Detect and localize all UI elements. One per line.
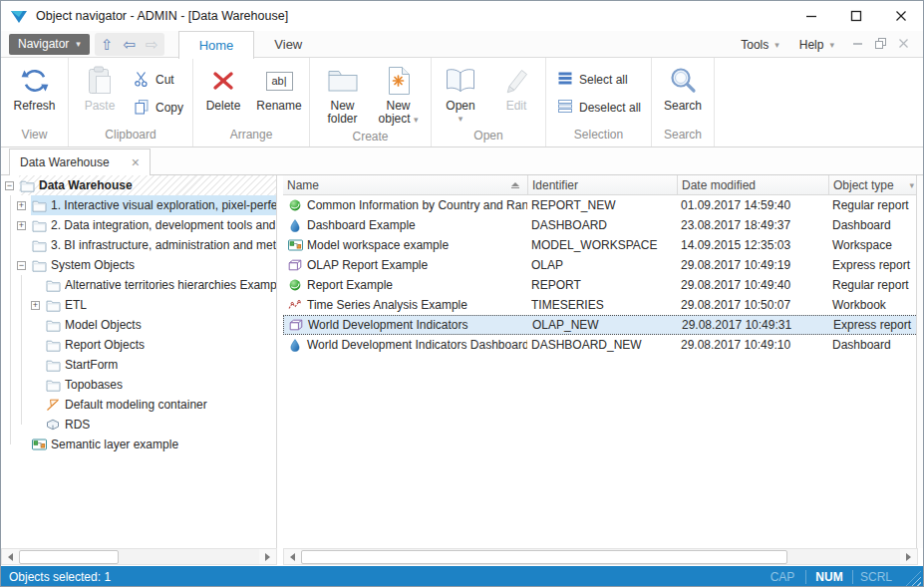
group-label-create: Create	[310, 127, 431, 147]
tree-item[interactable]: RDS	[1, 415, 276, 435]
column-header-identifier[interactable]: Identifier	[527, 175, 677, 194]
table-row[interactable]: Model workspace example MODEL_WORKSPACE …	[283, 235, 918, 255]
tab-close-icon[interactable]: ×	[132, 155, 140, 169]
open-icon	[444, 62, 477, 100]
select-all-button[interactable]: Select all	[552, 69, 647, 91]
column-header-name[interactable]: Name	[283, 175, 527, 194]
cut-button[interactable]: Cut	[128, 69, 189, 91]
tree-item[interactable]: Model Objects	[1, 315, 276, 335]
tab-view[interactable]: View	[254, 31, 322, 58]
tree-item[interactable]: Report Objects	[1, 335, 276, 355]
table-row[interactable]: Report Example REPORT 29.08.2017 10:49:4…	[283, 275, 918, 295]
tree-item[interactable]: Topobases	[1, 375, 276, 395]
table-row[interactable]: World Development Indicators OLAP_NEW 29…	[283, 315, 918, 335]
sort-ascending-icon	[511, 182, 519, 188]
scroll-left-icon[interactable]	[2, 549, 19, 564]
ribbon: Refresh View Paste Cut Copy	[1, 58, 923, 147]
table-row[interactable]: Common Information by Country and Rankin…	[283, 195, 918, 215]
minimize-button[interactable]	[788, 1, 833, 31]
object-type: Regular report	[828, 275, 918, 295]
up-level-icon[interactable]: ⇧	[101, 37, 114, 52]
object-name: Report Example	[307, 278, 393, 292]
tree-item[interactable]: − Data Warehouse	[1, 175, 276, 195]
refresh-button[interactable]: Refresh	[7, 62, 63, 113]
close-button[interactable]	[878, 1, 923, 31]
scroll-right-icon[interactable]	[259, 549, 276, 564]
tree-item[interactable]: StartForm	[1, 355, 276, 375]
tree-expander[interactable]: +	[31, 301, 40, 310]
mdi-minimize-icon[interactable]	[852, 38, 863, 52]
scroll-left-icon[interactable]	[284, 549, 301, 564]
object-date-modified: 29.08.2017 10:49:31	[678, 316, 829, 334]
object-navigator-window: Object navigator - ADMIN - [Data Warehou…	[0, 0, 924, 587]
semantic-layer-icon	[31, 438, 47, 451]
ribbon-group-arrange: Delete ab| Rename Arrange	[193, 58, 310, 147]
scrollbar-thumb[interactable]	[301, 550, 787, 564]
back-icon[interactable]: ⇦	[123, 37, 136, 52]
object-identifier: DASHBOARD_NEW	[527, 335, 677, 355]
mdi-restore-icon[interactable]	[875, 38, 886, 52]
maximize-button[interactable]	[833, 1, 878, 31]
dashboard-icon	[287, 219, 303, 232]
table-row[interactable]: Dashboard Example DASHBOARD 23.08.2017 1…	[283, 215, 918, 235]
folder-icon	[45, 338, 61, 352]
scroll-right-icon[interactable]	[900, 549, 917, 564]
table-row[interactable]: World Development Indicators Dashboard D…	[283, 335, 918, 355]
column-header-date-modified[interactable]: Date modified	[677, 175, 828, 194]
tree-item[interactable]: − System Objects	[1, 255, 276, 275]
group-label-view: View	[1, 125, 68, 147]
new-object-button[interactable]: New object ▾	[371, 62, 427, 127]
group-label-arrange: Arrange	[193, 125, 309, 147]
new-folder-icon	[327, 62, 359, 100]
tree-expander[interactable]: −	[5, 181, 14, 190]
navigator-menu-button[interactable]: Navigator ▾	[9, 34, 90, 55]
tools-menu[interactable]: Tools ▾	[733, 38, 787, 52]
document-tab-data-warehouse[interactable]: Data Warehouse ×	[9, 148, 151, 175]
tree-item[interactable]: + 1. Interactive visual exploration, pix…	[1, 195, 276, 215]
tree-expander[interactable]: +	[17, 221, 26, 230]
vertical-scrollbar-strip[interactable]	[916, 175, 923, 548]
new-object-icon	[386, 62, 412, 100]
tree-expander[interactable]: −	[17, 261, 26, 270]
new-folder-button[interactable]: New folder	[315, 62, 371, 126]
rename-button[interactable]: ab| Rename	[251, 62, 307, 113]
object-name: World Development Indicators	[308, 318, 468, 332]
tree-horizontal-scrollbar[interactable]	[1, 548, 277, 565]
folder-icon	[45, 358, 61, 372]
object-name: World Development Indicators Dashboard	[307, 338, 527, 352]
object-type: Regular report	[828, 195, 918, 215]
table-body: Common Information by Country and Rankin…	[283, 195, 918, 355]
scrollbar-thumb[interactable]	[19, 550, 119, 564]
object-identifier: REPORT_NEW	[527, 195, 677, 215]
tree-item[interactable]: Default modeling container	[1, 395, 276, 415]
table-row[interactable]: OLAP Report Example OLAP 29.08.2017 10:4…	[283, 255, 918, 275]
table-horizontal-scrollbar[interactable]	[283, 548, 918, 565]
table-row[interactable]: Time Series Analysis Example TIMESERIES …	[283, 295, 918, 315]
tree-expander[interactable]: +	[17, 201, 26, 210]
mdi-close-icon[interactable]	[898, 38, 909, 52]
ribbon-group-open: Open▾ Edit Open	[432, 58, 546, 147]
column-filter-icon[interactable]: ▾	[909, 180, 914, 190]
search-button[interactable]: Search	[655, 62, 711, 113]
tree-item[interactable]: Semantic layer example	[1, 435, 276, 454]
ribbon-group-selection: Select all Deselect all Selection	[546, 58, 652, 147]
column-header-object-type[interactable]: Object type ▾	[828, 175, 918, 194]
tree-item[interactable]: + ETL	[1, 295, 276, 315]
group-label-open: Open	[432, 126, 545, 147]
open-button[interactable]: Open▾	[433, 62, 488, 126]
copy-button[interactable]: Copy	[128, 97, 189, 119]
rename-icon: ab|	[266, 62, 293, 100]
help-menu[interactable]: Help ▾	[791, 38, 842, 52]
tree-item[interactable]: Alternative territories hierarchies Exam…	[1, 275, 276, 295]
deselect-all-button[interactable]: Deselect all	[552, 97, 647, 119]
delete-button[interactable]: Delete	[195, 62, 251, 113]
tree-item-label: StartForm	[65, 358, 118, 372]
tree: − Data Warehouse + 1. Interactive visual…	[1, 175, 276, 548]
resize-grip[interactable]	[905, 571, 921, 587]
object-type: Workbook	[828, 295, 918, 315]
tree-item[interactable]: + 2. Data integration, development tools…	[1, 215, 276, 235]
chevron-down-icon: ▾	[76, 39, 81, 49]
tab-home[interactable]: Home	[178, 31, 255, 59]
group-label-selection: Selection	[546, 125, 651, 147]
tree-item[interactable]: 3. BI infrastructure, administration and…	[1, 235, 276, 255]
